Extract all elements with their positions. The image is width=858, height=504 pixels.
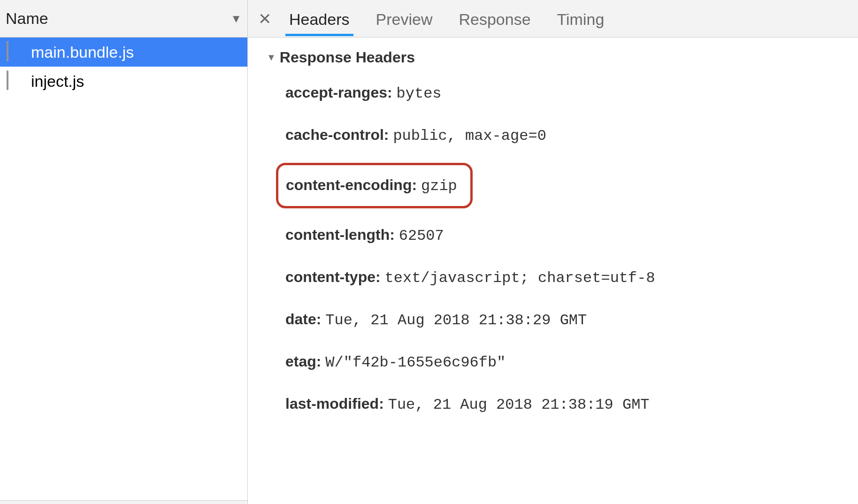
section-title-text: Response Headers <box>280 49 415 66</box>
header-value: W/"f42b-1655e6c96fb" <box>325 354 506 371</box>
header-value: Tue, 21 Aug 2018 21:38:29 GMT <box>325 312 587 329</box>
detail-tabbar: ✕ Headers Preview Response Timing <box>248 0 858 38</box>
tab-response[interactable]: Response <box>457 2 532 35</box>
request-row-label: inject.js <box>31 72 84 91</box>
header-row-content-length: content-length: 62507 <box>285 221 839 251</box>
header-key: content-encoding: <box>286 176 417 193</box>
header-row-content-type: content-type: text/javascript; charset=u… <box>285 263 839 293</box>
devtools-network-panel: Name ▼ main.bundle.js inject.js ✕ Heade <box>0 0 858 504</box>
header-row-date: date: Tue, 21 Aug 2018 21:38:29 GMT <box>285 305 839 335</box>
header-row-accept-ranges: accept-ranges: bytes <box>285 78 839 108</box>
collapse-triangle-icon: ▼ <box>267 52 276 63</box>
request-row-inject[interactable]: inject.js <box>0 67 247 96</box>
header-key: date: <box>285 311 321 328</box>
header-value: public, max-age=0 <box>393 127 546 145</box>
request-detail-panel: ✕ Headers Preview Response Timing ▼ Resp… <box>248 0 858 504</box>
header-value: text/javascript; charset=utf-8 <box>385 269 655 287</box>
request-list-header: Name ▼ <box>0 0 247 38</box>
header-value: 62507 <box>399 227 444 244</box>
header-row-last-modified: last-modified: Tue, 21 Aug 2018 21:38:19… <box>285 389 839 420</box>
header-row-etag: etag: W/"f42b-1655e6c96fb" <box>285 347 839 377</box>
tab-headers[interactable]: Headers <box>287 2 352 35</box>
request-row-main-bundle[interactable]: main.bundle.js <box>0 38 247 67</box>
header-key: content-type: <box>285 268 381 285</box>
header-key: last-modified: <box>285 395 384 412</box>
filter-dropdown-icon[interactable]: ▼ <box>230 12 242 25</box>
file-icon <box>7 42 23 62</box>
header-row-content-encoding: content-encoding: gzip <box>285 163 839 209</box>
header-key: cache-control: <box>285 126 389 143</box>
header-row-cache-control: cache-control: public, max-age=0 <box>285 121 839 151</box>
tab-timing[interactable]: Timing <box>555 2 606 35</box>
column-header-name[interactable]: Name <box>6 9 48 28</box>
network-request-list-panel: Name ▼ main.bundle.js inject.js <box>0 0 248 504</box>
response-headers-list: accept-ranges: bytes cache-control: publ… <box>267 78 839 419</box>
highlighted-header: content-encoding: gzip <box>276 163 473 209</box>
detail-tabs: Headers Preview Response Timing <box>287 2 606 35</box>
request-row-label: main.bundle.js <box>31 43 134 61</box>
header-key: content-length: <box>285 226 395 243</box>
response-headers-section-toggle[interactable]: ▼ Response Headers <box>267 49 839 66</box>
close-icon[interactable]: ✕ <box>253 9 277 28</box>
request-list: main.bundle.js inject.js <box>0 38 247 500</box>
tab-preview[interactable]: Preview <box>374 2 435 35</box>
header-value: gzip <box>421 177 457 195</box>
request-list-footer <box>0 500 247 504</box>
headers-content: ▼ Response Headers accept-ranges: bytes … <box>248 38 858 504</box>
header-key: accept-ranges: <box>285 84 392 101</box>
header-key: etag: <box>285 353 321 370</box>
file-icon <box>7 71 23 91</box>
header-value: bytes <box>397 85 442 102</box>
header-value: Tue, 21 Aug 2018 21:38:19 GMT <box>388 396 650 413</box>
